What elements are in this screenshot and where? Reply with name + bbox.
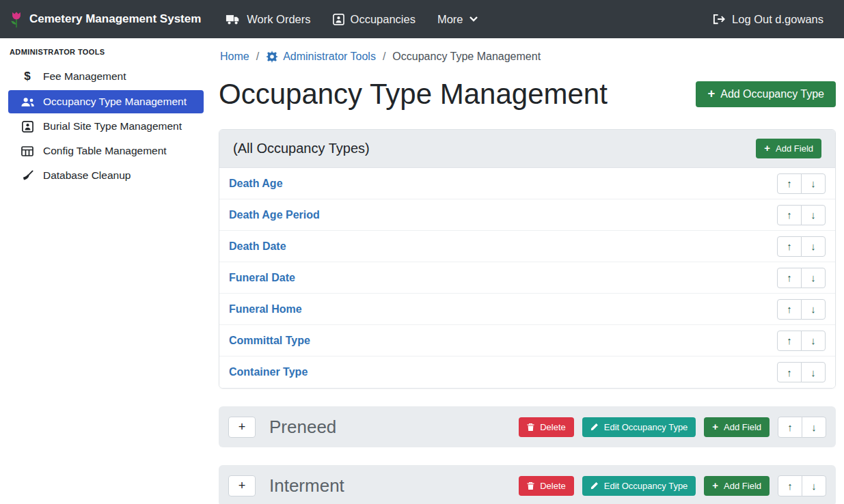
move-up-button[interactable]: ↑ <box>778 417 802 438</box>
move-up-button[interactable]: ↑ <box>777 331 802 351</box>
person-frame-icon <box>333 14 344 25</box>
field-link-committal-type[interactable]: Committal Type <box>229 335 310 347</box>
field-link-death-date[interactable]: Death Date <box>229 240 286 253</box>
breadcrumb-separator: / <box>383 49 385 64</box>
field-link-container-type[interactable]: Container Type <box>229 366 308 378</box>
move-down-button[interactable]: ↓ <box>801 268 826 288</box>
person-frame-icon <box>20 121 35 132</box>
add-field-button[interactable]: + Add Field <box>704 417 770 437</box>
reorder-buttons: ↑ ↓ <box>777 236 826 257</box>
reorder-buttons: ↑ ↓ <box>777 268 826 288</box>
move-down-button[interactable]: ↓ <box>801 173 826 194</box>
sidebar-item-burial-site-type-management[interactable]: Burial Site Type Management <box>8 115 204 138</box>
plus-icon: + <box>712 422 718 432</box>
move-up-button[interactable]: ↑ <box>777 362 802 382</box>
add-field-button[interactable]: + Add Field <box>704 476 770 496</box>
nav-more[interactable]: More <box>426 13 489 26</box>
expand-button[interactable]: + <box>228 475 256 496</box>
edit-occupancy-type-button[interactable]: Edit Occupancy Type <box>582 476 696 496</box>
add-field-button[interactable]: + Add Field <box>756 139 821 158</box>
sidebar-item-label: Database Cleanup <box>43 169 131 182</box>
sidebar-item-label: Occupancy Type Management <box>43 96 187 108</box>
move-up-button[interactable]: ↑ <box>777 173 802 194</box>
card-title: (All Occupancy Types) <box>233 139 370 158</box>
move-down-button[interactable]: ↓ <box>801 205 826 225</box>
field-link-funeral-home[interactable]: Funeral Home <box>229 303 302 316</box>
move-up-button[interactable]: ↑ <box>777 268 802 288</box>
sidebar-item-label: Fee Management <box>43 70 126 83</box>
top-navbar: Cemetery Management System Work Orders O… <box>0 0 844 38</box>
move-down-button[interactable]: ↓ <box>801 362 826 382</box>
field-row: Death Age Period ↑ ↓ <box>219 199 835 231</box>
reorder-buttons: ↑ ↓ <box>777 205 826 225</box>
section-title: Preneed <box>269 415 336 438</box>
page-title: Occupancy Type Management <box>219 75 608 113</box>
field-row: Container Type ↑ ↓ <box>219 356 835 388</box>
all-occupancy-types-card: (All Occupancy Types) + Add Field Death … <box>219 129 836 389</box>
app-brand[interactable]: Cemetery Management System <box>10 10 201 29</box>
field-link-death-age[interactable]: Death Age <box>229 178 283 190</box>
move-up-button[interactable]: ↑ <box>777 236 802 257</box>
move-up-button[interactable]: ↑ <box>777 205 802 225</box>
sidebar-item-fee-management[interactable]: $ Fee Management <box>8 64 204 89</box>
delete-button[interactable]: Delete <box>519 476 574 496</box>
move-up-button[interactable]: ↑ <box>778 475 802 496</box>
move-down-button[interactable]: ↓ <box>801 236 826 257</box>
flower-icon <box>10 10 23 29</box>
section-actions: Delete Edit Occupancy Type + Add Field ↑… <box>519 417 826 438</box>
breadcrumb-home[interactable]: Home <box>220 49 249 64</box>
plus-icon: + <box>764 143 770 154</box>
section-actions: Delete Edit Occupancy Type + Add Field ↑… <box>519 475 826 496</box>
add-field-label: Add Field <box>724 481 761 491</box>
move-down-button[interactable]: ↓ <box>801 331 826 351</box>
field-link-funeral-date[interactable]: Funeral Date <box>229 272 295 284</box>
reorder-buttons: ↑ ↓ <box>777 331 826 351</box>
delete-button[interactable]: Delete <box>519 417 574 437</box>
reorder-buttons: ↑ ↓ <box>777 362 826 382</box>
add-field-label: Add Field <box>724 422 761 432</box>
logout-button[interactable]: Log Out d.gowans <box>702 13 834 26</box>
table-icon <box>20 146 35 156</box>
trash-icon <box>527 423 534 432</box>
breadcrumb-administrator-tools[interactable]: Administrator Tools <box>283 49 376 64</box>
field-row: Funeral Date ↑ ↓ <box>219 262 835 294</box>
truck-icon <box>226 14 241 25</box>
reorder-buttons: ↑ ↓ <box>777 299 826 320</box>
delete-label: Delete <box>540 422 566 432</box>
sidebar-item-occupancy-type-management[interactable]: Occupancy Type Management <box>8 90 204 113</box>
sidebar-item-config-table-management[interactable]: Config Table Management <box>8 139 204 163</box>
field-row: Committal Type ↑ ↓ <box>219 325 835 356</box>
chevron-down-icon <box>469 16 478 22</box>
section-title: Interment <box>269 474 344 497</box>
field-row: Death Date ↑ ↓ <box>219 231 835 262</box>
gear-icon <box>266 51 278 63</box>
broom-icon <box>20 170 35 182</box>
move-down-button[interactable]: ↓ <box>801 299 826 320</box>
expand-button[interactable]: + <box>228 417 256 438</box>
pencil-icon <box>590 423 599 431</box>
pencil-icon <box>590 481 599 490</box>
nav-more-label: More <box>437 13 463 26</box>
breadcrumb-separator: / <box>256 49 259 64</box>
move-up-button[interactable]: ↑ <box>777 299 802 320</box>
main-content: Home / Administrator Tools / Occupancy T… <box>212 38 844 504</box>
breadcrumb: Home / Administrator Tools / Occupancy T… <box>219 49 836 64</box>
reorder-buttons: ↑ ↓ <box>777 173 826 194</box>
edit-occupancy-type-button[interactable]: Edit Occupancy Type <box>582 417 696 437</box>
nav-work-orders[interactable]: Work Orders <box>215 13 321 26</box>
field-link-death-age-period[interactable]: Death Age Period <box>229 209 320 221</box>
users-icon <box>20 97 35 107</box>
nav-occupancies[interactable]: Occupancies <box>322 13 426 26</box>
sidebar: ADMINISTRATOR TOOLS $ Fee Management Occ… <box>0 38 212 504</box>
logout-label: Log Out d.gowans <box>732 13 823 26</box>
sidebar-item-database-cleanup[interactable]: Database Cleanup <box>8 164 204 187</box>
edit-occupancy-type-label: Edit Occupancy Type <box>604 422 688 432</box>
plus-icon: + <box>712 481 718 491</box>
move-down-button[interactable]: ↓ <box>802 417 826 438</box>
add-occupancy-type-button[interactable]: + Add Occupancy Type <box>696 81 836 107</box>
move-down-button[interactable]: ↓ <box>802 475 826 496</box>
app-title: Cemetery Management System <box>29 12 201 26</box>
occupancy-type-section-interment: + Interment Delete Edit Occupancy Type <box>219 465 836 504</box>
nav-occupancies-label: Occupancies <box>351 13 416 26</box>
add-occupancy-type-label: Add Occupancy Type <box>720 87 824 101</box>
